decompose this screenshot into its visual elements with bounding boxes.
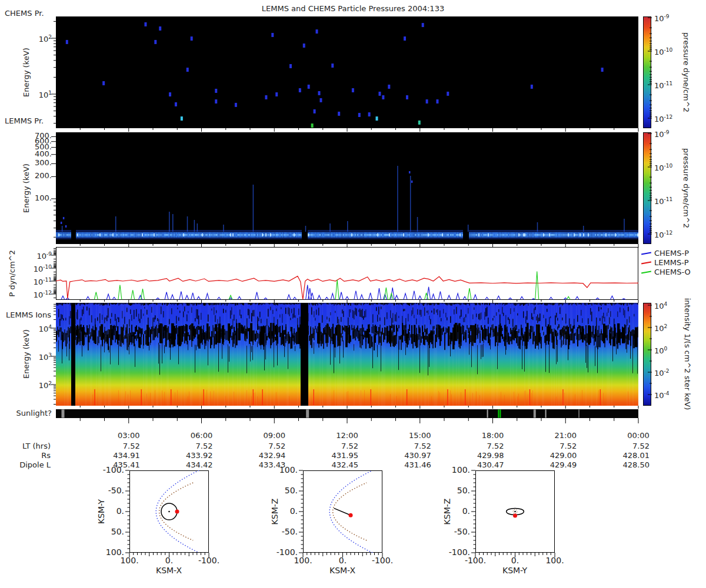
power-tick-label: 104 bbox=[39, 323, 52, 333]
orbit-y-tick-label: 0. bbox=[462, 507, 470, 515]
colorbar2-label: pressure dyne/cm^2 bbox=[682, 148, 691, 228]
row-value: 429.00 bbox=[535, 452, 577, 460]
row-value: 7.52 bbox=[172, 442, 213, 450]
row-value: 428.50 bbox=[608, 461, 650, 469]
power-tick-label: 102 bbox=[654, 322, 667, 333]
sunlight-bar bbox=[56, 409, 638, 418]
orbit-plot-ksmy-ksmz bbox=[475, 470, 555, 553]
power-tick-label: 102 bbox=[39, 379, 52, 390]
colorbar1-label: pressure dyne/cm^2 bbox=[682, 32, 691, 112]
time-tick-label: 15:00 bbox=[402, 432, 438, 440]
power-tick-label: 10-11 bbox=[34, 276, 52, 286]
orbit-y-tick-label: -100. bbox=[449, 548, 470, 556]
panel4-ylabel: Energy (keV) bbox=[22, 329, 31, 379]
colorbar-intensity bbox=[643, 303, 651, 406]
time-tick-label: 21:00 bbox=[548, 432, 583, 440]
panel3-ylabel: P dyn/cm^2 bbox=[8, 250, 16, 297]
legend-item: LEMMS-P bbox=[641, 258, 689, 267]
legend-label: CHEMS-O bbox=[654, 268, 691, 276]
power-tick-label: 104 bbox=[654, 300, 667, 310]
orbit-x-tick-label: -100. bbox=[459, 556, 492, 564]
row-value: 429.98 bbox=[463, 452, 504, 460]
row-value: 434.42 bbox=[172, 461, 213, 469]
power-tick-label: 10-9 bbox=[654, 12, 670, 23]
orbit-y-tick-label: -50. bbox=[454, 527, 470, 536]
orbit-plot-ksmx-ksmz bbox=[303, 470, 382, 553]
row-value: 434.91 bbox=[99, 452, 140, 460]
legend-label: CHEMS-P bbox=[654, 249, 689, 258]
power-tick-label: 10-12 bbox=[654, 113, 672, 123]
orbit-x-tick-label: 0. bbox=[499, 556, 532, 564]
figure-title: LEMMS and CHEMS Particle Pressures 2004:… bbox=[0, 4, 706, 13]
orbit2-xlabel: KSM-X bbox=[313, 566, 372, 574]
y-tick-label: 100. bbox=[35, 194, 52, 202]
row-value: 7.52 bbox=[608, 442, 650, 450]
y-tick-label: 400. bbox=[35, 150, 52, 158]
row-value: 428.01 bbox=[608, 452, 650, 460]
orbit-y-tick-label: -50. bbox=[108, 486, 124, 495]
sunlight-label: Sunlight? bbox=[11, 409, 52, 417]
orbit1-ylabel: KSM-Y bbox=[96, 499, 106, 524]
power-tick-label: 101 bbox=[39, 89, 52, 99]
power-tick-label: 10-2 bbox=[654, 367, 670, 377]
time-tick-label: 09:00 bbox=[257, 432, 292, 440]
time-tick-label: 03:00 bbox=[111, 432, 146, 440]
pressure-lineplot bbox=[56, 247, 638, 300]
orbit-y-tick-label: 50. bbox=[111, 527, 124, 536]
row-value: 431.95 bbox=[317, 452, 358, 460]
orbit1-xlabel: KSM-X bbox=[139, 566, 198, 574]
orbit-x-tick-label: 100. bbox=[113, 556, 146, 564]
row-value: 431.46 bbox=[390, 461, 431, 469]
row-value: 7.52 bbox=[99, 442, 140, 450]
power-tick-label: 103 bbox=[39, 351, 52, 362]
orbit-y-tick-label: -50. bbox=[282, 527, 298, 536]
row-value: 432.45 bbox=[317, 461, 358, 469]
orbit-x-tick-label: 0. bbox=[153, 556, 186, 564]
orbit-x-tick-label: 100. bbox=[538, 556, 571, 564]
orbit2-ylabel: KSM-Z bbox=[270, 499, 279, 525]
row-value: 432.94 bbox=[244, 452, 285, 460]
power-tick-label: 10-12 bbox=[34, 289, 52, 299]
orbit-y-tick-label: -100. bbox=[277, 548, 298, 556]
orbit-y-tick-label: 100. bbox=[452, 466, 470, 474]
figure: LEMMS and CHEMS Particle Pressures 2004:… bbox=[0, 0, 706, 588]
orbit-x-tick-label: 100. bbox=[287, 556, 319, 564]
chems-pressure-spectrogram bbox=[56, 16, 638, 128]
power-tick-label: 10-11 bbox=[654, 79, 672, 90]
power-tick-label: 100 bbox=[654, 345, 667, 355]
power-tick-label: 10-10 bbox=[654, 46, 672, 56]
panel1-label: CHEMS Pr. bbox=[5, 9, 44, 18]
legend-item: CHEMS-P bbox=[641, 249, 689, 258]
orbit-x-tick-label: -100. bbox=[192, 556, 225, 564]
row-value: 7.52 bbox=[390, 442, 431, 450]
orbit-y-tick-label: 50. bbox=[457, 486, 470, 495]
time-tick-label: 00:00 bbox=[621, 432, 656, 440]
power-tick-label: 102 bbox=[39, 33, 52, 44]
orbit3-ylabel: KSM-Z bbox=[442, 499, 452, 525]
orbit-plot-ksmx-ksmy bbox=[129, 470, 209, 553]
power-tick-label: 10-10 bbox=[34, 263, 52, 273]
panel2-label: LEMMS Pr. bbox=[5, 116, 44, 125]
power-tick-label: 10-9 bbox=[654, 128, 670, 139]
legend-line-swatch bbox=[641, 262, 651, 265]
orbit-y-tick-label: 0. bbox=[290, 507, 298, 515]
power-tick-label: 10-12 bbox=[654, 229, 672, 239]
power-tick-label: 10-9 bbox=[36, 250, 52, 260]
row-value: 7.52 bbox=[463, 442, 504, 450]
legend-line-swatch bbox=[641, 271, 651, 274]
time-tick-label: 12:00 bbox=[329, 432, 365, 440]
orbit-y-tick-label: 50. bbox=[285, 486, 298, 495]
row-value: 430.97 bbox=[390, 452, 431, 460]
colorbar3-label: intensity 1/(s cm^2 ster keV) bbox=[683, 298, 692, 410]
row-value: 433.92 bbox=[172, 452, 213, 460]
row-label: LT (hrs) bbox=[22, 442, 51, 450]
legend-label: LEMMS-P bbox=[654, 258, 689, 267]
time-tick-label: 06:00 bbox=[184, 432, 219, 440]
time-tick-label: 18:00 bbox=[475, 432, 511, 440]
row-value: 7.52 bbox=[317, 442, 358, 450]
row-value: 7.52 bbox=[244, 442, 285, 450]
power-tick-label: 10-4 bbox=[654, 389, 670, 400]
orbit-y-tick-label: 100. bbox=[106, 548, 124, 556]
panel4-label: LEMMS Ions bbox=[6, 310, 51, 319]
panel2-ylabel: Energy (keV) bbox=[22, 163, 31, 213]
